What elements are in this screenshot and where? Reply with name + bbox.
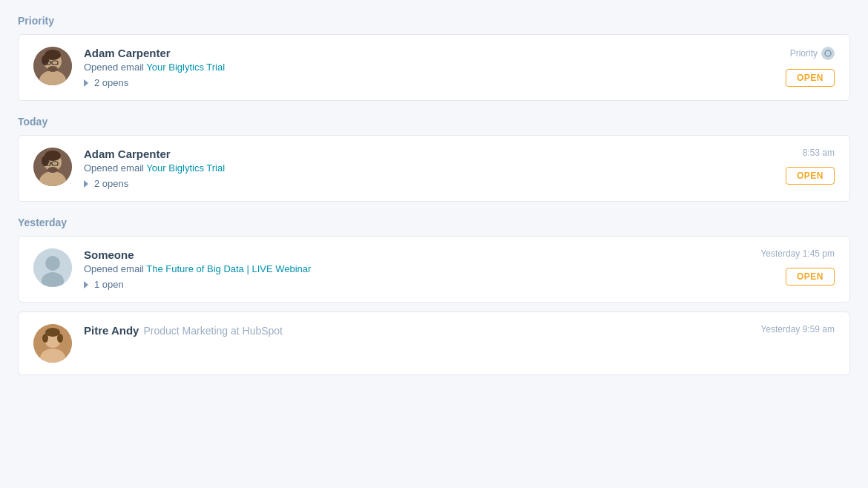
svg-point-8 xyxy=(47,66,58,72)
section-header-today: Today xyxy=(18,116,850,128)
svg-point-14 xyxy=(42,156,49,166)
contact-name[interactable]: Pitre Andy xyxy=(84,324,139,337)
svg-point-27 xyxy=(57,334,63,343)
open-button[interactable]: OPEN xyxy=(786,69,835,87)
email-link[interactable]: Your Biglytics Trial xyxy=(146,162,225,174)
email-link[interactable]: The Future of Big Data | LIVE Webinar xyxy=(146,263,311,274)
activity-card: Adam CarpenterOpened email Your Biglytic… xyxy=(18,135,850,202)
card-content: Adam CarpenterOpened email Your Biglytic… xyxy=(84,148,835,189)
avatar xyxy=(33,324,72,363)
card-action: Opened email Your Biglytics Trial xyxy=(84,162,835,174)
avatar xyxy=(33,47,72,85)
open-button[interactable]: OPEN xyxy=(786,268,835,286)
card-meta: Yesterday 1:45 pmOPEN xyxy=(760,248,835,286)
opens-count: 2 opens xyxy=(94,77,128,88)
card-action: Opened email Your Biglytics Trial xyxy=(84,62,835,73)
card-meta: 8:53 amOPEN xyxy=(786,148,835,185)
section-header-yesterday: Yesterday xyxy=(18,217,850,228)
activity-card: Pitre AndyProduct Marketing at HubSpotYe… xyxy=(18,311,850,375)
svg-point-18 xyxy=(47,167,58,173)
card-action: Opened email The Future of Big Data | LI… xyxy=(84,263,835,274)
priority-label: Priority xyxy=(790,48,818,59)
chevron-right-icon xyxy=(84,180,88,188)
opens-row[interactable]: 1 open xyxy=(84,279,835,290)
card-content: Adam CarpenterOpened email Your Biglytic… xyxy=(84,47,835,88)
contact-name[interactable]: Someone xyxy=(84,248,134,261)
opens-row[interactable]: 2 opens xyxy=(84,77,835,88)
activity-card: SomeoneOpened email The Future of Big Da… xyxy=(18,236,850,303)
avatar xyxy=(33,148,72,186)
card-timestamp: Yesterday 1:45 pm xyxy=(760,248,835,259)
svg-point-20 xyxy=(45,256,60,271)
card-timestamp: 8:53 am xyxy=(803,148,835,158)
card-content: Pitre AndyProduct Marketing at HubSpot xyxy=(84,324,835,337)
svg-point-26 xyxy=(42,334,48,343)
svg-point-9 xyxy=(825,50,831,56)
contact-company: Product Marketing at HubSpot xyxy=(143,325,283,337)
opens-count: 1 open xyxy=(94,279,124,290)
open-button[interactable]: OPEN xyxy=(786,167,835,185)
contact-name[interactable]: Adam Carpenter xyxy=(84,47,171,59)
notifications-container: Priority Adam CarpenterOpened email Your… xyxy=(18,15,850,375)
svg-point-4 xyxy=(42,55,49,65)
priority-circle xyxy=(821,47,835,60)
opens-row[interactable]: 2 opens xyxy=(84,178,835,189)
avatar xyxy=(33,248,72,287)
card-timestamp: Yesterday 9:59 am xyxy=(760,324,835,334)
chevron-right-icon xyxy=(84,281,88,288)
email-link[interactable]: Your Biglytics Trial xyxy=(146,62,225,73)
card-content: SomeoneOpened email The Future of Big Da… xyxy=(84,248,835,290)
contact-name[interactable]: Adam Carpenter xyxy=(84,148,171,160)
activity-card: Adam CarpenterOpened email Your Biglytic… xyxy=(18,34,850,101)
card-meta: Yesterday 9:59 am xyxy=(760,324,835,334)
priority-badge: Priority xyxy=(790,47,835,60)
section-header-priority: Priority xyxy=(18,15,850,27)
chevron-right-icon xyxy=(84,79,88,87)
card-meta: PriorityOPEN xyxy=(786,47,835,87)
opens-count: 2 opens xyxy=(94,178,128,189)
